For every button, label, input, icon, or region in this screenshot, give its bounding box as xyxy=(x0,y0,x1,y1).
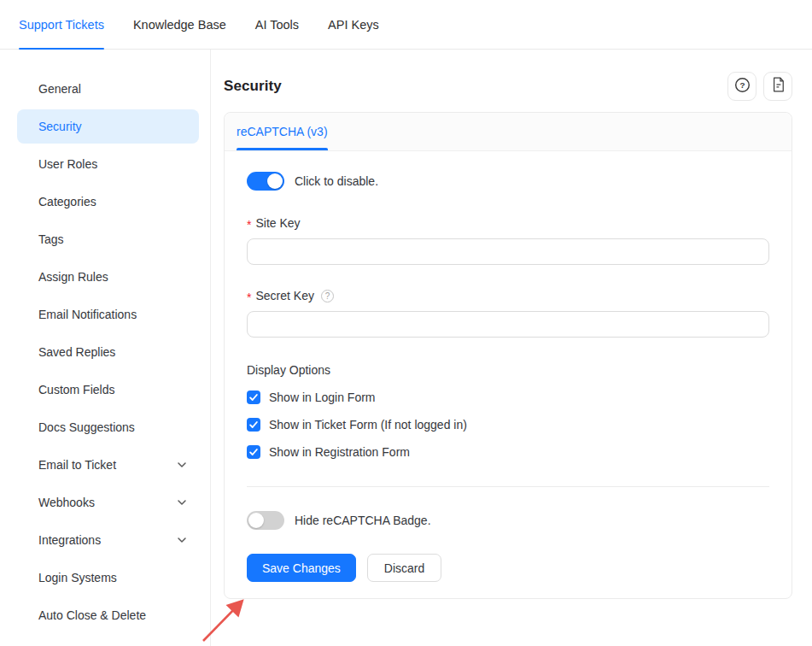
tab-knowledge-base-label: Knowledge Base xyxy=(133,18,226,32)
sidebar-item-label: Email Notifications xyxy=(38,308,137,321)
sidebar-item-label: Custom Fields xyxy=(38,383,114,396)
chevron-down-icon xyxy=(177,497,187,508)
tab-ai-tools-label: AI Tools xyxy=(255,18,299,32)
sidebar-item-categories[interactable]: Categories xyxy=(17,185,199,219)
question-circle-icon[interactable]: ? xyxy=(321,290,334,302)
tab-support-tickets-label: Support Tickets xyxy=(19,18,104,32)
recaptcha-enable-label: Click to disable. xyxy=(295,174,378,188)
hide-badge-row: Hide reCAPTCHA Badge. xyxy=(247,511,769,530)
sidebar-item-integrations[interactable]: Integrations xyxy=(17,523,199,557)
sidebar-item-general[interactable]: General xyxy=(17,72,199,106)
document-icon xyxy=(771,77,786,96)
header-actions: ? xyxy=(727,72,792,101)
tab-recaptcha-v3[interactable]: reCAPTCHA (v3) xyxy=(237,113,328,150)
sidebar-item-label: User Roles xyxy=(38,157,97,171)
toggle-knob xyxy=(267,173,283,189)
sidebar-item-email-to-ticket[interactable]: Email to Ticket xyxy=(17,448,199,482)
page-title: Security xyxy=(224,78,282,95)
top-navigation: Support Tickets Knowledge Base AI Tools … xyxy=(0,0,812,50)
checkbox-checked-icon[interactable] xyxy=(247,445,260,459)
card-body: Click to disable. * Site Key * Secret Ke… xyxy=(225,151,792,598)
chevron-down-icon xyxy=(177,460,187,470)
help-button[interactable]: ? xyxy=(727,72,757,101)
sidebar-item-label: Integrations xyxy=(38,533,101,547)
site-key-field-group: * Site Key xyxy=(247,216,769,265)
main-header: Security ? xyxy=(224,72,792,101)
sidebar-item-label: Categories xyxy=(38,195,96,208)
sidebar-item-login-systems[interactable]: Login Systems xyxy=(17,561,199,595)
toggle-knob xyxy=(248,513,264,528)
sidebar-item-webhooks[interactable]: Webhooks xyxy=(17,485,199,520)
checkbox-checked-icon[interactable] xyxy=(247,418,260,432)
settings-sidebar: General Security User Roles Categories T… xyxy=(0,50,211,646)
tab-ai-tools[interactable]: AI Tools xyxy=(255,0,299,49)
main-panel: Security ? reCAPTCHA (v3) xyxy=(211,50,812,646)
sidebar-item-tags[interactable]: Tags xyxy=(17,222,199,256)
sidebar-item-user-roles[interactable]: User Roles xyxy=(17,147,199,181)
recaptcha-enable-toggle[interactable] xyxy=(247,172,284,191)
sidebar-item-label: Docs Suggestions xyxy=(38,420,135,434)
checkbox-label: Show in Registration Form xyxy=(269,445,410,459)
site-key-label: * Site Key xyxy=(247,216,769,230)
tab-recaptcha-v3-label: reCAPTCHA (v3) xyxy=(237,125,328,138)
checkbox-show-in-ticket-form[interactable]: Show in Ticket Form (If not logged in) xyxy=(247,418,769,432)
checkbox-label: Show in Ticket Form (If not logged in) xyxy=(269,418,467,432)
hide-badge-label: Hide reCAPTCHA Badge. xyxy=(295,514,431,527)
sidebar-item-docs-suggestions[interactable]: Docs Suggestions xyxy=(17,410,199,444)
hide-badge-toggle[interactable] xyxy=(247,511,284,530)
tab-api-keys-label: API Keys xyxy=(328,18,379,32)
checkbox-checked-icon[interactable] xyxy=(247,391,260,404)
sidebar-item-auto-close-delete[interactable]: Auto Close & Delete xyxy=(17,598,199,632)
sidebar-item-label: Auto Close & Delete xyxy=(38,608,146,622)
content-shell: General Security User Roles Categories T… xyxy=(0,50,812,646)
chevron-down-icon xyxy=(177,535,187,545)
tab-knowledge-base[interactable]: Knowledge Base xyxy=(133,0,226,49)
checkbox-show-in-registration-form[interactable]: Show in Registration Form xyxy=(247,445,769,459)
sidebar-item-saved-replies[interactable]: Saved Replies xyxy=(17,335,199,369)
required-asterisk: * xyxy=(247,291,251,303)
display-options-label: Display Options xyxy=(247,363,769,377)
help-circle-icon: ? xyxy=(734,77,751,97)
secret-key-label: * Secret Key ? xyxy=(247,289,769,302)
tab-support-tickets[interactable]: Support Tickets xyxy=(19,0,104,49)
sidebar-item-label: Tags xyxy=(38,232,64,246)
required-asterisk: * xyxy=(247,219,251,231)
sidebar-item-email-notifications[interactable]: Email Notifications xyxy=(17,297,199,332)
discard-button[interactable]: Discard xyxy=(367,554,441,582)
sidebar-item-assign-rules[interactable]: Assign Rules xyxy=(17,260,199,294)
checkbox-show-in-login-form[interactable]: Show in Login Form xyxy=(247,391,769,404)
save-changes-button[interactable]: Save Changes xyxy=(247,554,356,582)
tab-api-keys[interactable]: API Keys xyxy=(328,0,379,49)
site-key-input[interactable] xyxy=(247,238,769,265)
docs-button[interactable] xyxy=(763,72,792,101)
sidebar-item-security[interactable]: Security xyxy=(17,109,199,144)
sidebar-item-label: Saved Replies xyxy=(38,345,115,359)
card-tab-bar: reCAPTCHA (v3) xyxy=(225,113,792,151)
security-settings-card: reCAPTCHA (v3) Click to disable. * Site … xyxy=(224,112,792,599)
site-key-label-text: Site Key xyxy=(255,216,300,230)
svg-text:?: ? xyxy=(739,80,745,90)
sidebar-item-label: Login Systems xyxy=(38,571,117,584)
secret-key-label-text: Secret Key xyxy=(255,289,313,302)
secret-key-input[interactable] xyxy=(247,311,769,338)
sidebar-item-label: Webhooks xyxy=(38,496,95,509)
sidebar-item-label: Assign Rules xyxy=(38,270,108,284)
checkbox-label: Show in Login Form xyxy=(269,391,376,404)
sidebar-item-custom-fields[interactable]: Custom Fields xyxy=(17,373,199,407)
form-actions: Save Changes Discard xyxy=(247,554,769,582)
secret-key-field-group: * Secret Key ? xyxy=(247,289,769,338)
sidebar-item-label: General xyxy=(38,82,81,96)
recaptcha-enable-row: Click to disable. xyxy=(247,172,769,191)
sidebar-item-label: Email to Ticket xyxy=(38,458,116,472)
section-divider xyxy=(247,486,769,487)
sidebar-item-label: Security xyxy=(38,120,82,133)
